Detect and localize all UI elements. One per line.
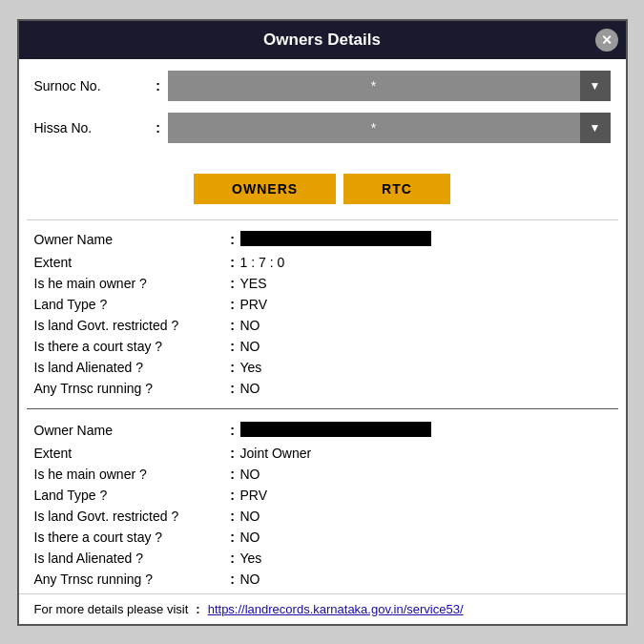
owner2-name-label: Owner Name <box>34 423 225 438</box>
owner2-extent-label: Extent <box>34 446 225 461</box>
owner1-govt-restricted-value: NO <box>240 318 611 333</box>
owner2-section: Owner Name : Extent : Joint Owner Is he … <box>19 415 626 593</box>
hissa-row: Hissa No. : * ▼ <box>34 113 611 143</box>
modal-title: Owners Details <box>263 31 381 49</box>
owner1-govt-restricted-colon: : <box>225 318 240 333</box>
owner1-name-value <box>240 231 611 249</box>
owner2-govt-restricted-colon: : <box>225 509 240 524</box>
owner2-alienated-value: Yes <box>240 551 611 566</box>
form-section: Surnoc No. : * ▼ Hissa No. : * ▼ <box>19 59 626 166</box>
owner2-court-stay-label: Is there a court stay ? <box>34 530 225 545</box>
owner1-main-owner-label: Is he main owner ? <box>34 276 225 291</box>
owner1-alienated-value: Yes <box>240 360 611 375</box>
owner2-court-stay-row: Is there a court stay ? : NO <box>34 527 611 548</box>
section-divider <box>27 408 618 409</box>
owner1-main-owner-colon: : <box>225 276 240 291</box>
owner2-court-stay-value: NO <box>240 530 611 545</box>
owner1-trnsc-label: Any Trnsc running ? <box>34 381 225 396</box>
owner1-land-type-row: Land Type ? : PRV <box>34 294 611 315</box>
owner2-extent-colon: : <box>225 446 240 461</box>
owner2-name-colon: : <box>225 423 240 438</box>
owners-details-modal: Owners Details ✕ Surnoc No. : * ▼ Hissa … <box>17 19 628 626</box>
owner2-trnsc-value: NO <box>240 571 611 587</box>
owner1-govt-restricted-row: Is land Govt. restricted ? : NO <box>34 315 611 336</box>
owner2-alienated-row: Is land Alienated ? : Yes <box>34 548 611 569</box>
owner2-land-type-row: Land Type ? : PRV <box>34 485 611 506</box>
owner1-court-stay-value: NO <box>240 339 611 354</box>
owner1-land-type-value: PRV <box>240 297 611 312</box>
owner1-trnsc-colon: : <box>225 381 240 396</box>
close-button[interactable]: ✕ <box>595 29 618 52</box>
footer-label: For more details please visit <box>34 602 189 616</box>
modal-header: Owners Details ✕ <box>19 21 626 59</box>
owner1-land-type-colon: : <box>225 297 240 312</box>
footer-colon: : <box>196 602 199 616</box>
hissa-dropdown-arrow[interactable]: ▼ <box>580 113 611 143</box>
owner2-name-row: Owner Name : <box>34 419 611 443</box>
owner2-court-stay-colon: : <box>225 530 240 545</box>
owner2-alienated-label: Is land Alienated ? <box>34 551 225 566</box>
owner1-alienated-colon: : <box>225 360 240 375</box>
owner2-alienated-colon: : <box>225 551 240 566</box>
owner1-name-row: Owner Name : <box>34 228 611 252</box>
owner1-extent-label: Extent <box>34 255 225 270</box>
owner2-land-type-colon: : <box>225 488 240 503</box>
owner1-trnsc-value: NO <box>240 381 611 396</box>
owner1-main-owner-row: Is he main owner ? : YES <box>34 273 611 294</box>
owner1-section: Owner Name : Extent : 1 : 7 : 0 Is he ma… <box>19 224 626 403</box>
owner1-main-owner-value: YES <box>240 276 611 291</box>
owner1-name-colon: : <box>225 232 240 247</box>
button-row: OWNERS RTC <box>19 166 626 216</box>
owner2-trnsc-label: Any Trnsc running ? <box>34 571 225 587</box>
owner2-main-owner-value: NO <box>240 467 611 482</box>
owner1-alienated-label: Is land Alienated ? <box>34 360 225 375</box>
hissa-colon: : <box>149 120 168 135</box>
rtc-button[interactable]: RTC <box>343 174 450 204</box>
surnoc-input-wrapper[interactable]: * ▼ <box>168 71 611 101</box>
footer: For more details please visit : https://… <box>19 593 626 624</box>
surnoc-colon: : <box>149 78 168 93</box>
owner1-extent-colon: : <box>225 255 240 270</box>
owner2-name-value <box>240 422 611 440</box>
owner1-court-stay-label: Is there a court stay ? <box>34 339 225 354</box>
owner2-extent-value: Joint Owner <box>240 446 611 461</box>
owner1-court-stay-colon: : <box>225 339 240 354</box>
owner2-trnsc-row: Any Trnsc running ? : NO <box>34 569 611 590</box>
owner2-main-owner-label: Is he main owner ? <box>34 467 225 482</box>
surnoc-label: Surnoc No. <box>34 78 149 93</box>
owner2-govt-restricted-value: NO <box>240 509 611 524</box>
top-divider <box>27 219 618 220</box>
owner1-name-redacted <box>240 231 431 246</box>
owner2-extent-row: Extent : Joint Owner <box>34 443 611 464</box>
surnoc-dropdown-arrow[interactable]: ▼ <box>580 71 611 101</box>
surnoc-value: * <box>168 78 580 93</box>
owner2-trnsc-colon: : <box>225 571 240 587</box>
owner1-extent-row: Extent : 1 : 7 : 0 <box>34 252 611 273</box>
surnoc-row: Surnoc No. : * ▼ <box>34 71 611 101</box>
owner2-name-redacted <box>240 422 431 437</box>
owners-button[interactable]: OWNERS <box>194 174 336 204</box>
owner1-land-type-label: Land Type ? <box>34 297 225 312</box>
owner1-name-label: Owner Name <box>34 232 225 247</box>
owner1-extent-value: 1 : 7 : 0 <box>240 255 611 270</box>
owner2-land-type-label: Land Type ? <box>34 488 225 503</box>
owner2-main-owner-colon: : <box>225 467 240 482</box>
owner1-trnsc-row: Any Trnsc running ? : NO <box>34 378 611 399</box>
footer-link[interactable]: https://landrecords.karnataka.gov.in/ser… <box>208 602 464 616</box>
hissa-value: * <box>168 120 580 135</box>
owner1-alienated-row: Is land Alienated ? : Yes <box>34 357 611 378</box>
owner2-govt-restricted-label: Is land Govt. restricted ? <box>34 509 225 524</box>
owner1-govt-restricted-label: Is land Govt. restricted ? <box>34 318 225 333</box>
owner2-main-owner-row: Is he main owner ? : NO <box>34 464 611 485</box>
hissa-label: Hissa No. <box>34 120 149 135</box>
owner2-govt-restricted-row: Is land Govt. restricted ? : NO <box>34 506 611 527</box>
owner1-court-stay-row: Is there a court stay ? : NO <box>34 336 611 357</box>
owner2-land-type-value: PRV <box>240 488 611 503</box>
hissa-input-wrapper[interactable]: * ▼ <box>168 113 611 143</box>
